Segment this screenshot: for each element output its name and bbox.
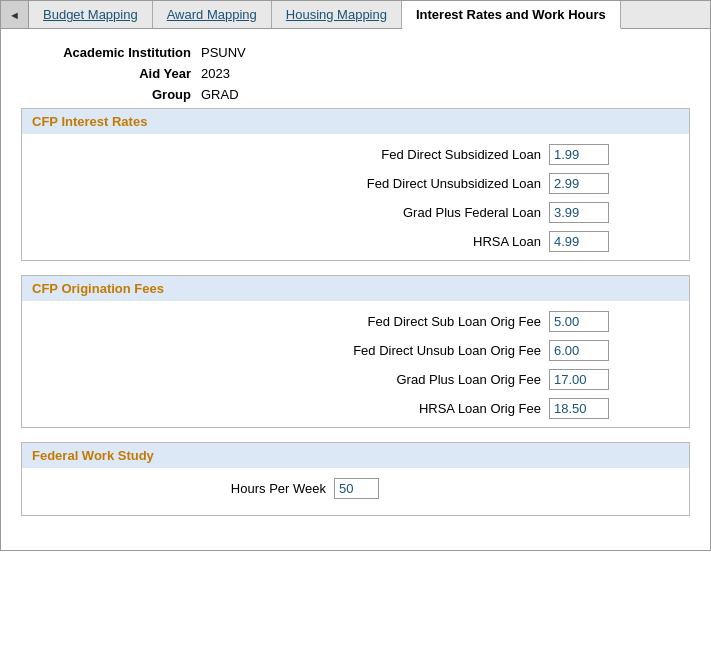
cfp-origination-input-1[interactable] bbox=[549, 340, 609, 361]
cfp-origination-field-row: Grad Plus Loan Orig Fee bbox=[22, 369, 689, 390]
cfp-origination-input-2[interactable] bbox=[549, 369, 609, 390]
cfp-interest-input-3[interactable] bbox=[549, 231, 609, 252]
group-row: Group GRAD bbox=[21, 87, 690, 102]
cfp-interest-input-2[interactable] bbox=[549, 202, 609, 223]
cfp-origination-section: CFP Origination Fees Fed Direct Sub Loan… bbox=[21, 275, 690, 428]
cfp-origination-input-0[interactable] bbox=[549, 311, 609, 332]
cfp-origination-body: Fed Direct Sub Loan Orig Fee Fed Direct … bbox=[22, 301, 689, 427]
aid-year-label: Aid Year bbox=[21, 66, 201, 81]
cfp-interest-field-row: Grad Plus Federal Loan bbox=[22, 202, 689, 223]
cfp-origination-label-3: HRSA Loan Orig Fee bbox=[419, 401, 549, 416]
group-value: GRAD bbox=[201, 87, 239, 102]
tab-budget[interactable]: Budget Mapping bbox=[29, 1, 153, 28]
cfp-origination-field-row: HRSA Loan Orig Fee bbox=[22, 398, 689, 419]
cfp-interest-label-0: Fed Direct Subsidized Loan bbox=[381, 147, 549, 162]
cfp-interest-field-row: HRSA Loan bbox=[22, 231, 689, 252]
tab-interest[interactable]: Interest Rates and Work Hours bbox=[402, 1, 621, 29]
cfp-origination-header: CFP Origination Fees bbox=[22, 276, 689, 301]
cfp-origination-field-row: Fed Direct Unsub Loan Orig Fee bbox=[22, 340, 689, 361]
work-study-body: Hours Per Week bbox=[22, 468, 689, 515]
work-study-label-0: Hours Per Week bbox=[231, 481, 334, 496]
content-area: Academic Institution PSUNV Aid Year 2023… bbox=[1, 29, 710, 550]
cfp-origination-label-0: Fed Direct Sub Loan Orig Fee bbox=[368, 314, 549, 329]
cfp-interest-section: CFP Interest Rates Fed Direct Subsidized… bbox=[21, 108, 690, 261]
back-button[interactable]: ◄ bbox=[1, 1, 29, 28]
cfp-origination-field-row: Fed Direct Sub Loan Orig Fee bbox=[22, 311, 689, 332]
aid-year-row: Aid Year 2023 bbox=[21, 66, 690, 81]
tab-housing[interactable]: Housing Mapping bbox=[272, 1, 402, 28]
cfp-interest-field-row: Fed Direct Unsubsidized Loan bbox=[22, 173, 689, 194]
cfp-interest-input-1[interactable] bbox=[549, 173, 609, 194]
cfp-interest-header: CFP Interest Rates bbox=[22, 109, 689, 134]
group-label: Group bbox=[21, 87, 201, 102]
institution-label: Academic Institution bbox=[21, 45, 201, 60]
tab-award[interactable]: Award Mapping bbox=[153, 1, 272, 28]
work-study-section: Federal Work Study Hours Per Week bbox=[21, 442, 690, 516]
cfp-origination-input-3[interactable] bbox=[549, 398, 609, 419]
page-wrapper: ◄ Budget Mapping Award Mapping Housing M… bbox=[0, 0, 711, 551]
institution-value: PSUNV bbox=[201, 45, 246, 60]
tab-bar: ◄ Budget Mapping Award Mapping Housing M… bbox=[1, 1, 710, 29]
institution-row: Academic Institution PSUNV bbox=[21, 45, 690, 60]
work-study-header: Federal Work Study bbox=[22, 443, 689, 468]
cfp-interest-label-2: Grad Plus Federal Loan bbox=[403, 205, 549, 220]
cfp-interest-label-3: HRSA Loan bbox=[473, 234, 549, 249]
cfp-interest-label-1: Fed Direct Unsubsidized Loan bbox=[367, 176, 549, 191]
cfp-interest-field-row: Fed Direct Subsidized Loan bbox=[22, 144, 689, 165]
work-study-input-0[interactable] bbox=[334, 478, 379, 499]
aid-year-value: 2023 bbox=[201, 66, 230, 81]
cfp-interest-body: Fed Direct Subsidized Loan Fed Direct Un… bbox=[22, 134, 689, 260]
cfp-origination-label-1: Fed Direct Unsub Loan Orig Fee bbox=[353, 343, 549, 358]
cfp-origination-label-2: Grad Plus Loan Orig Fee bbox=[396, 372, 549, 387]
work-study-field-row: Hours Per Week bbox=[22, 478, 689, 499]
cfp-interest-input-0[interactable] bbox=[549, 144, 609, 165]
